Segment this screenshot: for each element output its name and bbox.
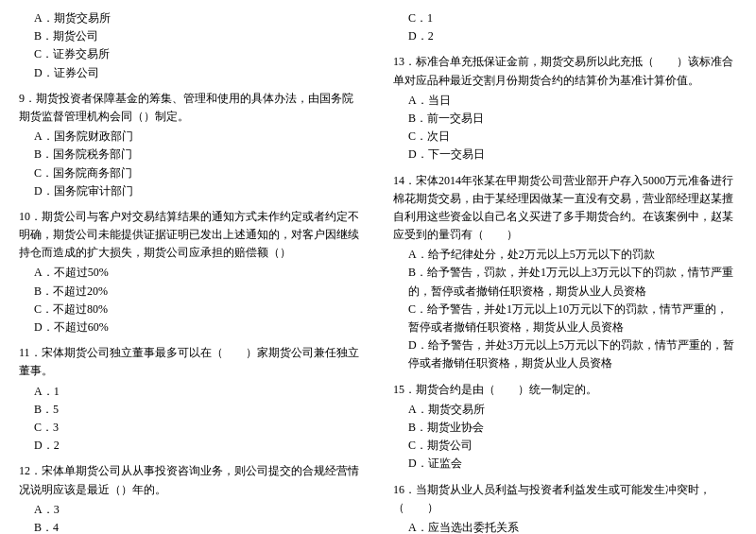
q12-option-b: B．4 bbox=[19, 519, 363, 534]
option-C-right: C．1 bbox=[393, 9, 737, 27]
page-container: A．期货交易所 B．期货公司 C．证券交易所 D．证券公司 9．期货投资者保障基… bbox=[19, 9, 737, 534]
option-D-left: D．证券公司 bbox=[19, 64, 363, 82]
q9-option-c: C．国务院商务部门 bbox=[19, 164, 363, 182]
question-block-11: 11．宋体期货公司独立董事最多可以在（ ）家期货公司兼任独立董事。 A．1 B．… bbox=[19, 344, 363, 455]
question-11-title: 11．宋体期货公司独立董事最多可以在（ ）家期货公司兼任独立董事。 bbox=[19, 344, 363, 380]
q12-option-a: A．3 bbox=[19, 501, 363, 519]
q16-option-a: A．应当选出委托关系 bbox=[393, 519, 737, 534]
question-16-title: 16．当期货从业人员利益与投资者利益发生或可能发生冲突时，（ ） bbox=[393, 481, 737, 517]
left-column: A．期货交易所 B．期货公司 C．证券交易所 D．证券公司 9．期货投资者保障基… bbox=[19, 9, 378, 534]
option-A-left: A．期货交易所 bbox=[19, 9, 363, 27]
question-block-16: 16．当期货从业人员利益与投资者利益发生或可能发生冲突时，（ ） A．应当选出委… bbox=[393, 481, 737, 535]
q15-option-d: D．证监会 bbox=[393, 455, 737, 473]
question-block-13: 13．标准合单充抵保证金前，期货交易所以此充抵（ ）该标准合单对应品种最近交割月… bbox=[393, 53, 737, 164]
q11-option-b: B．5 bbox=[19, 401, 363, 419]
q13-option-d: D．下一交易日 bbox=[393, 146, 737, 164]
q11-option-a: A．1 bbox=[19, 383, 363, 401]
q13-option-b: B．前一交易日 bbox=[393, 110, 737, 128]
question-13-title: 13．标准合单充抵保证金前，期货交易所以此充抵（ ）该标准合单对应品种最近交割月… bbox=[393, 53, 737, 89]
q13-option-c: C．次日 bbox=[393, 128, 737, 146]
q14-option-a: A．给予纪律处分，处2万元以上5万元以下的罚款 bbox=[393, 246, 737, 264]
q14-option-d: D．给予警告，并处3万元以上5万元以下的罚款，情节严重的，暂停或者撤销任职资格，… bbox=[393, 336, 737, 372]
option-C-left: C．证券交易所 bbox=[19, 45, 363, 63]
question-block-12: 12．宋体单期货公司从从事投资咨询业务，则公司提交的合规经营情况说明应该是最近（… bbox=[19, 462, 363, 534]
q10-option-b: B．不超过20% bbox=[19, 283, 363, 301]
q9-option-a: A．国务院财政部门 bbox=[19, 128, 363, 146]
question-12-title: 12．宋体单期货公司从从事投资咨询业务，则公司提交的合规经营情况说明应该是最近（… bbox=[19, 462, 363, 498]
question-block-9: 9．期货投资者保障基金的筹集、管理和使用的具体办法，由国务院期货监督管理机构会同… bbox=[19, 90, 363, 200]
question-block-14: 14．宋体2014年张某在甲期货公司营业部开户存入5000万元准备进行棉花期货交… bbox=[393, 172, 737, 373]
q9-option-b: B．国务院税务部门 bbox=[19, 146, 363, 164]
q15-option-a: A．期货交易所 bbox=[393, 401, 737, 419]
question-block-right-top: C．1 D．2 bbox=[393, 9, 737, 45]
right-column: C．1 D．2 13．标准合单充抵保证金前，期货交易所以此充抵（ ）该标准合单对… bbox=[378, 9, 737, 534]
question-14-title: 14．宋体2014年张某在甲期货公司营业部开户存入5000万元准备进行棉花期货交… bbox=[393, 172, 737, 245]
question-9-title: 9．期货投资者保障基金的筹集、管理和使用的具体办法，由国务院期货监督管理机构会同… bbox=[19, 90, 363, 126]
q10-option-c: C．不超过80% bbox=[19, 301, 363, 319]
question-10-title: 10．期货公司与客户对交易结算结果的通知方式未作约定或者约定不明确，期货公司未能… bbox=[19, 208, 363, 263]
q15-option-c: C．期货公司 bbox=[393, 437, 737, 455]
question-block-15: 15．期货合约是由（ ）统一制定的。 A．期货交易所 B．期货业协会 C．期货公… bbox=[393, 381, 737, 474]
q14-option-c: C．给予警告，并处1万元以上10万元以下的罚款，情节严重的，暂停或者撤销任职资格… bbox=[393, 301, 737, 336]
q15-option-b: B．期货业协会 bbox=[393, 419, 737, 437]
option-D-right: D．2 bbox=[393, 27, 737, 45]
q11-option-c: C．3 bbox=[19, 419, 363, 437]
q10-option-d: D．不超过60% bbox=[19, 319, 363, 336]
q10-option-a: A．不超过50% bbox=[19, 264, 363, 282]
q9-option-d: D．国务院审计部门 bbox=[19, 182, 363, 200]
option-B-left: B．期货公司 bbox=[19, 27, 363, 45]
q14-option-b: B．给予警告，罚款，并处1万元以上3万元以下的罚款，情节严重的，暂停或者撤销任职… bbox=[393, 264, 737, 300]
q11-option-d: D．2 bbox=[19, 437, 363, 455]
question-block-10: 10．期货公司与客户对交易结算结果的通知方式未作约定或者约定不明确，期货公司未能… bbox=[19, 208, 363, 336]
question-15-title: 15．期货合约是由（ ）统一制定的。 bbox=[393, 381, 737, 399]
q13-option-a: A．当日 bbox=[393, 92, 737, 110]
question-block-left-top: A．期货交易所 B．期货公司 C．证券交易所 D．证券公司 bbox=[19, 9, 363, 82]
